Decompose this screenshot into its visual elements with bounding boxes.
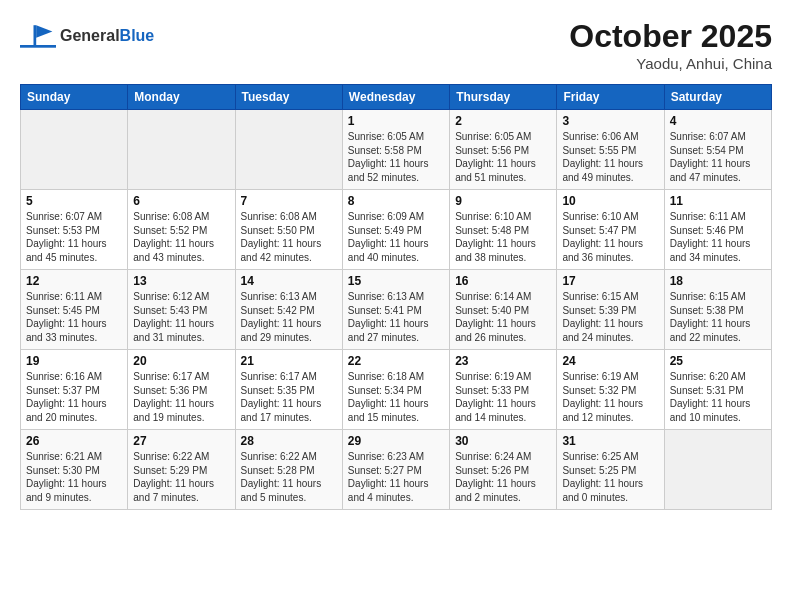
- calendar-empty-cell: [235, 110, 342, 190]
- subtitle: Yaodu, Anhui, China: [569, 55, 772, 72]
- day-number: 30: [455, 434, 551, 448]
- day-number: 27: [133, 434, 229, 448]
- weekday-header-row: SundayMondayTuesdayWednesdayThursdayFrid…: [21, 85, 772, 110]
- calendar-day-13: 13Sunrise: 6:12 AM Sunset: 5:43 PM Dayli…: [128, 270, 235, 350]
- calendar-day-11: 11Sunrise: 6:11 AM Sunset: 5:46 PM Dayli…: [664, 190, 771, 270]
- day-info: Sunrise: 6:17 AM Sunset: 5:35 PM Dayligh…: [241, 370, 337, 424]
- calendar-empty-cell: [664, 430, 771, 510]
- day-info: Sunrise: 6:19 AM Sunset: 5:33 PM Dayligh…: [455, 370, 551, 424]
- day-number: 20: [133, 354, 229, 368]
- day-number: 22: [348, 354, 444, 368]
- calendar-day-29: 29Sunrise: 6:23 AM Sunset: 5:27 PM Dayli…: [342, 430, 449, 510]
- calendar-day-24: 24Sunrise: 6:19 AM Sunset: 5:32 PM Dayli…: [557, 350, 664, 430]
- calendar-day-19: 19Sunrise: 6:16 AM Sunset: 5:37 PM Dayli…: [21, 350, 128, 430]
- calendar-day-28: 28Sunrise: 6:22 AM Sunset: 5:28 PM Dayli…: [235, 430, 342, 510]
- calendar-day-1: 1Sunrise: 6:05 AM Sunset: 5:58 PM Daylig…: [342, 110, 449, 190]
- calendar-empty-cell: [128, 110, 235, 190]
- calendar-day-23: 23Sunrise: 6:19 AM Sunset: 5:33 PM Dayli…: [450, 350, 557, 430]
- day-number: 1: [348, 114, 444, 128]
- logo-blue: Blue: [120, 27, 155, 44]
- calendar-day-15: 15Sunrise: 6:13 AM Sunset: 5:41 PM Dayli…: [342, 270, 449, 350]
- day-number: 19: [26, 354, 122, 368]
- day-number: 5: [26, 194, 122, 208]
- day-info: Sunrise: 6:25 AM Sunset: 5:25 PM Dayligh…: [562, 450, 658, 504]
- day-number: 2: [455, 114, 551, 128]
- calendar-day-9: 9Sunrise: 6:10 AM Sunset: 5:48 PM Daylig…: [450, 190, 557, 270]
- day-info: Sunrise: 6:07 AM Sunset: 5:54 PM Dayligh…: [670, 130, 766, 184]
- calendar-empty-cell: [21, 110, 128, 190]
- day-number: 9: [455, 194, 551, 208]
- day-info: Sunrise: 6:15 AM Sunset: 5:38 PM Dayligh…: [670, 290, 766, 344]
- calendar-day-12: 12Sunrise: 6:11 AM Sunset: 5:45 PM Dayli…: [21, 270, 128, 350]
- day-number: 13: [133, 274, 229, 288]
- calendar-day-20: 20Sunrise: 6:17 AM Sunset: 5:36 PM Dayli…: [128, 350, 235, 430]
- day-number: 24: [562, 354, 658, 368]
- day-number: 31: [562, 434, 658, 448]
- calendar-day-30: 30Sunrise: 6:24 AM Sunset: 5:26 PM Dayli…: [450, 430, 557, 510]
- svg-rect-2: [34, 25, 37, 47]
- calendar-week-2: 5Sunrise: 6:07 AM Sunset: 5:53 PM Daylig…: [21, 190, 772, 270]
- day-info: Sunrise: 6:23 AM Sunset: 5:27 PM Dayligh…: [348, 450, 444, 504]
- header: GeneralBlue October 2025 Yaodu, Anhui, C…: [20, 18, 772, 72]
- day-info: Sunrise: 6:05 AM Sunset: 5:56 PM Dayligh…: [455, 130, 551, 184]
- main-title: October 2025: [569, 18, 772, 55]
- day-number: 4: [670, 114, 766, 128]
- calendar-day-18: 18Sunrise: 6:15 AM Sunset: 5:38 PM Dayli…: [664, 270, 771, 350]
- day-number: 17: [562, 274, 658, 288]
- svg-marker-1: [36, 25, 52, 38]
- day-info: Sunrise: 6:16 AM Sunset: 5:37 PM Dayligh…: [26, 370, 122, 424]
- calendar-day-25: 25Sunrise: 6:20 AM Sunset: 5:31 PM Dayli…: [664, 350, 771, 430]
- calendar-day-21: 21Sunrise: 6:17 AM Sunset: 5:35 PM Dayli…: [235, 350, 342, 430]
- calendar-day-2: 2Sunrise: 6:05 AM Sunset: 5:56 PM Daylig…: [450, 110, 557, 190]
- day-number: 10: [562, 194, 658, 208]
- weekday-header-saturday: Saturday: [664, 85, 771, 110]
- calendar-day-6: 6Sunrise: 6:08 AM Sunset: 5:52 PM Daylig…: [128, 190, 235, 270]
- day-info: Sunrise: 6:07 AM Sunset: 5:53 PM Dayligh…: [26, 210, 122, 264]
- day-info: Sunrise: 6:22 AM Sunset: 5:29 PM Dayligh…: [133, 450, 229, 504]
- calendar-week-1: 1Sunrise: 6:05 AM Sunset: 5:58 PM Daylig…: [21, 110, 772, 190]
- day-number: 11: [670, 194, 766, 208]
- day-info: Sunrise: 6:22 AM Sunset: 5:28 PM Dayligh…: [241, 450, 337, 504]
- day-number: 14: [241, 274, 337, 288]
- weekday-header-thursday: Thursday: [450, 85, 557, 110]
- day-info: Sunrise: 6:10 AM Sunset: 5:48 PM Dayligh…: [455, 210, 551, 264]
- calendar-week-5: 26Sunrise: 6:21 AM Sunset: 5:30 PM Dayli…: [21, 430, 772, 510]
- day-info: Sunrise: 6:08 AM Sunset: 5:52 PM Dayligh…: [133, 210, 229, 264]
- svg-rect-3: [20, 45, 56, 48]
- day-info: Sunrise: 6:18 AM Sunset: 5:34 PM Dayligh…: [348, 370, 444, 424]
- title-block: October 2025 Yaodu, Anhui, China: [569, 18, 772, 72]
- calendar-day-27: 27Sunrise: 6:22 AM Sunset: 5:29 PM Dayli…: [128, 430, 235, 510]
- calendar-day-31: 31Sunrise: 6:25 AM Sunset: 5:25 PM Dayli…: [557, 430, 664, 510]
- day-info: Sunrise: 6:08 AM Sunset: 5:50 PM Dayligh…: [241, 210, 337, 264]
- logo: GeneralBlue: [20, 18, 154, 54]
- weekday-header-monday: Monday: [128, 85, 235, 110]
- calendar-day-22: 22Sunrise: 6:18 AM Sunset: 5:34 PM Dayli…: [342, 350, 449, 430]
- day-info: Sunrise: 6:11 AM Sunset: 5:46 PM Dayligh…: [670, 210, 766, 264]
- day-info: Sunrise: 6:10 AM Sunset: 5:47 PM Dayligh…: [562, 210, 658, 264]
- day-number: 12: [26, 274, 122, 288]
- day-info: Sunrise: 6:13 AM Sunset: 5:42 PM Dayligh…: [241, 290, 337, 344]
- day-number: 3: [562, 114, 658, 128]
- day-info: Sunrise: 6:13 AM Sunset: 5:41 PM Dayligh…: [348, 290, 444, 344]
- day-info: Sunrise: 6:17 AM Sunset: 5:36 PM Dayligh…: [133, 370, 229, 424]
- day-info: Sunrise: 6:20 AM Sunset: 5:31 PM Dayligh…: [670, 370, 766, 424]
- day-number: 16: [455, 274, 551, 288]
- day-info: Sunrise: 6:09 AM Sunset: 5:49 PM Dayligh…: [348, 210, 444, 264]
- calendar-day-8: 8Sunrise: 6:09 AM Sunset: 5:49 PM Daylig…: [342, 190, 449, 270]
- day-number: 8: [348, 194, 444, 208]
- calendar-day-16: 16Sunrise: 6:14 AM Sunset: 5:40 PM Dayli…: [450, 270, 557, 350]
- day-number: 18: [670, 274, 766, 288]
- day-number: 28: [241, 434, 337, 448]
- day-number: 23: [455, 354, 551, 368]
- day-info: Sunrise: 6:15 AM Sunset: 5:39 PM Dayligh…: [562, 290, 658, 344]
- weekday-header-friday: Friday: [557, 85, 664, 110]
- day-number: 26: [26, 434, 122, 448]
- day-number: 29: [348, 434, 444, 448]
- day-info: Sunrise: 6:21 AM Sunset: 5:30 PM Dayligh…: [26, 450, 122, 504]
- day-number: 6: [133, 194, 229, 208]
- day-info: Sunrise: 6:12 AM Sunset: 5:43 PM Dayligh…: [133, 290, 229, 344]
- weekday-header-tuesday: Tuesday: [235, 85, 342, 110]
- logo-general: General: [60, 27, 120, 44]
- day-info: Sunrise: 6:06 AM Sunset: 5:55 PM Dayligh…: [562, 130, 658, 184]
- day-info: Sunrise: 6:11 AM Sunset: 5:45 PM Dayligh…: [26, 290, 122, 344]
